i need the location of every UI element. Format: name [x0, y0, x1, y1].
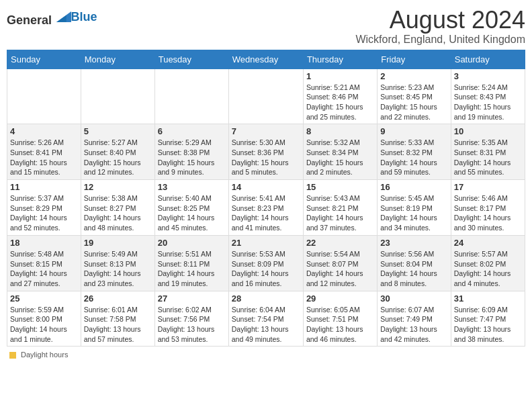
day-number: 3	[454, 71, 522, 81]
calendar-cell: 18Sunrise: 5:48 AM Sunset: 8:15 PM Dayli…	[7, 235, 81, 291]
calendar-cell: 24Sunrise: 5:57 AM Sunset: 8:02 PM Dayli…	[451, 235, 525, 291]
calendar-cell: 21Sunrise: 5:53 AM Sunset: 8:09 PM Dayli…	[228, 235, 303, 291]
day-number: 8	[306, 126, 374, 136]
day-number: 20	[158, 238, 226, 248]
calendar-cell: 22Sunrise: 5:54 AM Sunset: 8:07 PM Dayli…	[303, 235, 377, 291]
calendar-cell: 2Sunrise: 5:23 AM Sunset: 8:45 PM Daylig…	[378, 68, 451, 124]
day-info: Sunrise: 5:40 AM Sunset: 8:25 PM Dayligh…	[158, 193, 226, 233]
day-number: 24	[454, 238, 522, 248]
day-number: 13	[158, 182, 226, 192]
day-info: Sunrise: 5:24 AM Sunset: 8:43 PM Dayligh…	[454, 83, 522, 122]
column-header-friday: Friday	[378, 50, 451, 68]
day-number: 1	[306, 71, 374, 81]
day-info: Sunrise: 5:29 AM Sunset: 8:38 PM Dayligh…	[158, 138, 226, 177]
logo: General Blue	[7, 9, 97, 28]
calendar-cell: 16Sunrise: 5:45 AM Sunset: 8:19 PM Dayli…	[378, 180, 451, 236]
day-number: 10	[454, 126, 522, 136]
day-number: 28	[232, 293, 300, 304]
day-number: 22	[306, 238, 374, 248]
day-info: Sunrise: 5:32 AM Sunset: 8:34 PM Dayligh…	[306, 138, 374, 177]
day-info: Sunrise: 6:07 AM Sunset: 7:49 PM Dayligh…	[380, 305, 447, 345]
calendar-cell: 11Sunrise: 5:37 AM Sunset: 8:29 PM Dayli…	[7, 180, 81, 236]
day-number: 9	[380, 126, 447, 136]
day-info: Sunrise: 5:48 AM Sunset: 8:15 PM Dayligh…	[10, 249, 78, 289]
day-info: Sunrise: 5:37 AM Sunset: 8:29 PM Dayligh…	[10, 193, 78, 233]
legend-dot	[9, 352, 16, 359]
day-number: 14	[232, 182, 300, 192]
calendar-cell: 6Sunrise: 5:29 AM Sunset: 8:38 PM Daylig…	[154, 124, 228, 180]
day-info: Sunrise: 5:35 AM Sunset: 8:31 PM Dayligh…	[454, 138, 522, 177]
day-number: 23	[380, 238, 447, 248]
calendar-week-5: 25Sunrise: 5:59 AM Sunset: 8:00 PM Dayli…	[7, 291, 525, 347]
calendar-cell: 7Sunrise: 5:30 AM Sunset: 8:36 PM Daylig…	[228, 124, 303, 180]
calendar-week-1: 1Sunrise: 5:21 AM Sunset: 8:46 PM Daylig…	[7, 68, 525, 124]
day-number: 29	[306, 293, 374, 304]
column-header-tuesday: Tuesday	[154, 50, 228, 68]
day-info: Sunrise: 5:49 AM Sunset: 8:13 PM Dayligh…	[84, 249, 152, 289]
calendar-cell	[7, 68, 81, 124]
calendar-cell	[228, 68, 303, 124]
day-number: 2	[380, 71, 447, 81]
calendar-cell: 5Sunrise: 5:27 AM Sunset: 8:40 PM Daylig…	[81, 124, 154, 180]
day-number: 7	[232, 126, 300, 136]
day-number: 27	[158, 293, 226, 304]
legend-label: Daylight hours	[21, 351, 68, 359]
day-number: 18	[10, 238, 78, 248]
calendar-cell: 19Sunrise: 5:49 AM Sunset: 8:13 PM Dayli…	[81, 235, 154, 291]
day-number: 31	[454, 293, 522, 304]
calendar-cell: 12Sunrise: 5:38 AM Sunset: 8:27 PM Dayli…	[81, 180, 154, 236]
calendar-cell: 10Sunrise: 5:35 AM Sunset: 8:31 PM Dayli…	[451, 124, 525, 180]
subtitle: Wickford, England, United Kingdom	[355, 34, 525, 46]
calendar-cell: 9Sunrise: 5:33 AM Sunset: 8:32 PM Daylig…	[378, 124, 451, 180]
day-info: Sunrise: 5:27 AM Sunset: 8:40 PM Dayligh…	[84, 138, 152, 177]
legend: Daylight hours	[7, 351, 525, 359]
day-info: Sunrise: 5:30 AM Sunset: 8:36 PM Dayligh…	[232, 138, 300, 177]
calendar-cell: 30Sunrise: 6:07 AM Sunset: 7:49 PM Dayli…	[378, 291, 451, 347]
calendar-week-3: 11Sunrise: 5:37 AM Sunset: 8:29 PM Dayli…	[7, 180, 525, 236]
calendar-cell: 1Sunrise: 5:21 AM Sunset: 8:46 PM Daylig…	[303, 68, 377, 124]
day-number: 6	[158, 126, 226, 136]
day-number: 30	[380, 293, 447, 304]
calendar-cell: 14Sunrise: 5:41 AM Sunset: 8:23 PM Dayli…	[228, 180, 303, 236]
day-info: Sunrise: 6:01 AM Sunset: 7:58 PM Dayligh…	[84, 305, 152, 345]
day-number: 11	[10, 182, 78, 192]
calendar-cell: 20Sunrise: 5:51 AM Sunset: 8:11 PM Dayli…	[154, 235, 228, 291]
day-info: Sunrise: 6:02 AM Sunset: 7:56 PM Dayligh…	[158, 305, 226, 345]
day-info: Sunrise: 5:33 AM Sunset: 8:32 PM Dayligh…	[380, 138, 447, 177]
day-number: 17	[454, 182, 522, 192]
calendar-cell: 15Sunrise: 5:43 AM Sunset: 8:21 PM Dayli…	[303, 180, 377, 236]
day-info: Sunrise: 5:41 AM Sunset: 8:23 PM Dayligh…	[232, 193, 300, 233]
day-info: Sunrise: 5:26 AM Sunset: 8:41 PM Dayligh…	[10, 138, 78, 177]
calendar-cell: 27Sunrise: 6:02 AM Sunset: 7:56 PM Dayli…	[154, 291, 228, 347]
calendar-week-4: 18Sunrise: 5:48 AM Sunset: 8:15 PM Dayli…	[7, 235, 525, 291]
calendar-cell: 17Sunrise: 5:46 AM Sunset: 8:17 PM Dayli…	[451, 180, 525, 236]
day-info: Sunrise: 6:05 AM Sunset: 7:51 PM Dayligh…	[306, 305, 374, 345]
day-number: 16	[380, 182, 447, 192]
day-info: Sunrise: 5:53 AM Sunset: 8:09 PM Dayligh…	[232, 249, 300, 289]
calendar-cell: 26Sunrise: 6:01 AM Sunset: 7:58 PM Dayli…	[81, 291, 154, 347]
calendar-cell: 31Sunrise: 6:09 AM Sunset: 7:47 PM Dayli…	[451, 291, 525, 347]
calendar-header-row: SundayMondayTuesdayWednesdayThursdayFrid…	[7, 50, 525, 68]
calendar-cell: 4Sunrise: 5:26 AM Sunset: 8:41 PM Daylig…	[7, 124, 81, 180]
day-number: 15	[306, 182, 374, 192]
day-info: Sunrise: 6:09 AM Sunset: 7:47 PM Dayligh…	[454, 305, 522, 345]
day-number: 21	[232, 238, 300, 248]
day-info: Sunrise: 5:46 AM Sunset: 8:17 PM Dayligh…	[454, 193, 522, 233]
day-number: 5	[84, 126, 152, 136]
calendar-week-2: 4Sunrise: 5:26 AM Sunset: 8:41 PM Daylig…	[7, 124, 525, 180]
day-info: Sunrise: 5:51 AM Sunset: 8:11 PM Dayligh…	[158, 249, 226, 289]
day-info: Sunrise: 6:04 AM Sunset: 7:54 PM Dayligh…	[232, 305, 300, 345]
logo-general-text: General	[7, 13, 52, 27]
calendar-cell: 25Sunrise: 5:59 AM Sunset: 8:00 PM Dayli…	[7, 291, 81, 347]
calendar-cell: 23Sunrise: 5:56 AM Sunset: 8:04 PM Dayli…	[378, 235, 451, 291]
calendar-cell: 29Sunrise: 6:05 AM Sunset: 7:51 PM Dayli…	[303, 291, 377, 347]
header: General Blue August 2024 Wickford, Engla…	[7, 7, 525, 46]
logo-icon	[56, 9, 71, 24]
calendar-table: SundayMondayTuesdayWednesdayThursdayFrid…	[7, 50, 525, 347]
main-title: August 2024	[355, 7, 525, 34]
column-header-monday: Monday	[81, 50, 154, 68]
day-info: Sunrise: 5:56 AM Sunset: 8:04 PM Dayligh…	[380, 249, 447, 289]
day-number: 12	[84, 182, 152, 192]
day-info: Sunrise: 5:54 AM Sunset: 8:07 PM Dayligh…	[306, 249, 374, 289]
day-number: 26	[84, 293, 152, 304]
